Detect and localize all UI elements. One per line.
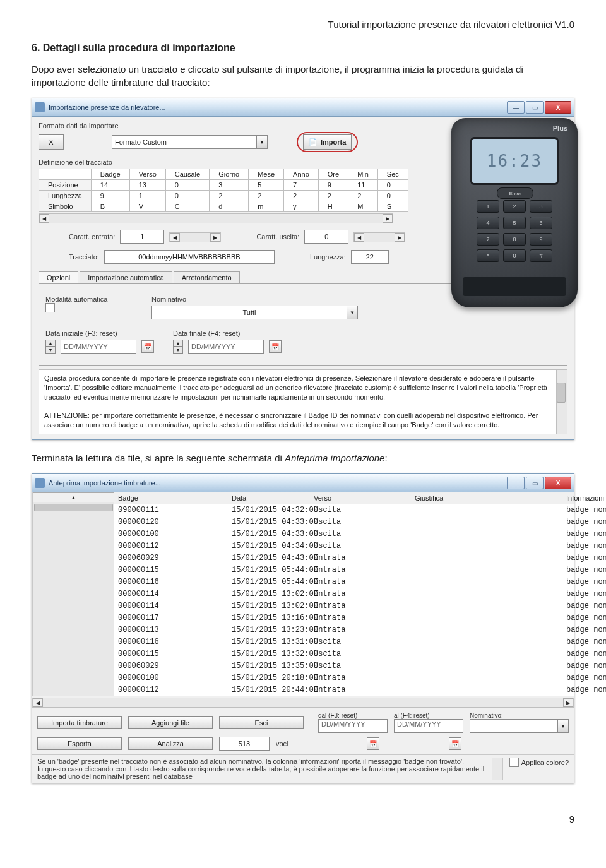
grid-cell[interactable]: badge non trovato [562,552,574,564]
grid-cell[interactable]: badge non trovato [562,600,574,612]
applica-colore-checkbox[interactable] [509,758,519,767]
tab-importazione-automatica[interactable]: Importazione automatica [80,271,172,283]
preview-grid[interactable]: BadgeDataVersoGiustificaInformazioni▲090… [32,492,574,696]
grid-cell[interactable]: Uscita [310,540,411,552]
scroll-right-icon[interactable]: ▶ [383,214,393,223]
grid-cell[interactable]: 15/01/2015 04:43:00 [228,552,310,564]
grid-cell[interactable]: 15/01/2015 13:16:00 [228,612,310,624]
help-vscroll[interactable] [556,370,567,434]
grid-cell[interactable] [411,540,562,552]
grid-cell[interactable]: 15/01/2015 05:44:00 [228,576,310,588]
esci-button[interactable]: Esci [219,716,304,729]
maximize-button[interactable]: ▭ [526,101,544,114]
grid-cell[interactable]: 15/01/2015 13:32:00 [228,648,310,660]
tab-arrotondamento[interactable]: Arrotondamento [174,271,240,283]
grid-cell[interactable]: Uscita [310,660,411,672]
grid-cell[interactable] [411,612,562,624]
grid-cell[interactable]: 15/01/2015 13:31:00 [228,636,310,648]
grid-vscroll[interactable]: ▲ [32,492,114,696]
format-combo[interactable]: Formato Custom ▼ [112,135,268,149]
grid-cell[interactable]: 000000112 [114,684,228,696]
grid-cell[interactable]: Uscita [310,516,411,528]
tracciato-table[interactable]: BadgeVersoCausaleGiornoMeseAnnoOreMinSec… [39,169,408,212]
close-button[interactable]: X [545,477,571,489]
scroll-left-icon[interactable]: ◀ [33,698,43,707]
grid-cell[interactable]: 000060029 [114,552,228,564]
grid-cell[interactable]: 15/01/2015 13:02:00 [228,600,310,612]
info-vscroll[interactable] [492,758,503,780]
grid-cell[interactable]: badge non trovato [562,576,574,588]
cell[interactable]: V [129,201,165,212]
grid-cell[interactable]: badge non trovato [562,636,574,648]
cell[interactable]: 2 [284,191,319,201]
scroll-right-icon[interactable]: ▶ [563,698,573,707]
nominativo-footer-combo[interactable]: ▼ [470,719,569,733]
cell[interactable]: m [249,201,284,212]
cell[interactable]: y [284,201,319,212]
grid-cell[interactable]: 15/01/2015 04:33:00 [228,516,310,528]
cell[interactable]: 9 [91,191,129,201]
caratt-entrata-input[interactable]: 1 [120,230,164,244]
cell[interactable]: 0 [377,191,408,201]
grid-cell[interactable] [411,624,562,636]
grid-cell[interactable] [411,552,562,564]
grid-cell[interactable] [411,516,562,528]
cell[interactable]: 9 [318,180,348,191]
calendar-icon[interactable]: 📅 [269,340,282,353]
scroll-left-icon[interactable]: ◀ [39,214,49,223]
cell[interactable]: 1 [129,191,165,201]
grid-cell[interactable] [411,660,562,672]
grid-cell[interactable]: 000000120 [114,516,228,528]
date-spinner[interactable]: ▲▼ [45,340,56,354]
grid-cell[interactable] [411,648,562,660]
grid-cell[interactable] [411,636,562,648]
grid-cell[interactable]: 15/01/2015 04:32:00 [228,504,310,516]
data-iniziale-input[interactable]: DD/MM/YYYY [61,340,136,354]
grid-cell[interactable]: Entrata [310,564,411,576]
titlebar[interactable]: Anteprima importazione timbrature... — ▭… [32,474,574,492]
grid-cell[interactable]: 15/01/2015 13:23:00 [228,624,310,636]
grid-cell[interactable] [411,672,562,684]
calendar-icon[interactable]: 📅 [141,340,154,353]
grid-cell[interactable]: badge non trovato [562,540,574,552]
table-hscroll[interactable]: ◀ ▶ [39,213,393,223]
clear-format-button[interactable]: X [39,134,64,150]
grid-cell[interactable]: Entrata [310,684,411,696]
caratt-uscita-input[interactable]: 0 [304,230,348,244]
grid-header[interactable]: Giustifica [411,492,562,504]
nominativo-combo[interactable]: Tutti ▼ [152,306,358,319]
grid-cell[interactable] [411,528,562,540]
grid-cell[interactable] [411,684,562,696]
cell[interactable]: 2 [210,191,249,201]
grid-cell[interactable]: 000000115 [114,648,228,660]
cell[interactable]: 0 [165,191,209,201]
grid-cell[interactable]: 000060029 [114,660,228,672]
grid-cell[interactable]: 000000117 [114,612,228,624]
esporta-button[interactable]: Esporta [37,737,122,750]
grid-cell[interactable]: badge non trovato [562,648,574,660]
importa-button[interactable]: 📄 Importa [303,134,352,150]
grid-cell[interactable]: 000000116 [114,576,228,588]
grid-header[interactable]: Badge [114,492,228,504]
data-finale-input[interactable]: DD/MM/YYYY [188,340,264,354]
tab-opzioni[interactable]: Opzioni [39,271,78,283]
cell[interactable]: B [91,201,129,212]
minimize-button[interactable]: — [507,477,525,489]
chevron-down-icon[interactable]: ▼ [558,719,569,733]
grid-header[interactable]: Verso [310,492,411,504]
cell[interactable]: S [377,201,408,212]
grid-cell[interactable]: 15/01/2015 13:35:00 [228,660,310,672]
cell[interactable]: 13 [129,180,165,191]
modalita-checkbox[interactable] [45,303,55,312]
date-spinner[interactable]: ▲▼ [173,340,183,354]
grid-cell[interactable]: badge non trovato [562,624,574,636]
cell[interactable]: 0 [377,180,408,191]
grid-cell[interactable]: Entrata [310,612,411,624]
grid-cell[interactable]: 000000100 [114,672,228,684]
grid-cell[interactable]: Uscita [310,528,411,540]
cell[interactable]: 2 [318,191,348,201]
grid-cell[interactable] [411,504,562,516]
grid-cell[interactable]: 000000115 [114,564,228,576]
grid-cell[interactable] [411,588,562,600]
grid-cell[interactable]: badge non trovato [562,672,574,684]
